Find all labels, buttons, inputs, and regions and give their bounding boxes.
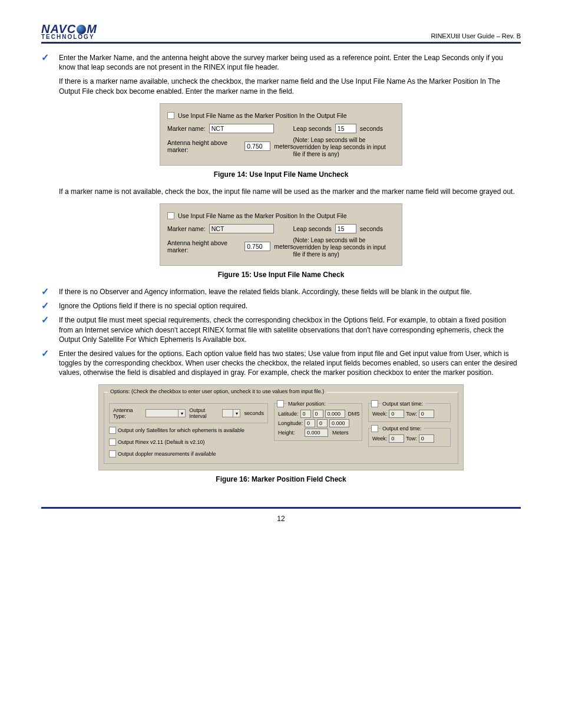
item-text: If there is no Observer and Agency infor…	[59, 287, 521, 297]
check-icon: ✓	[41, 349, 51, 378]
output-end-label: Output end time:	[381, 426, 424, 431]
leap-seconds-label: Leap seconds	[293, 125, 331, 132]
check-icon: ✓	[41, 315, 51, 344]
footer-rule	[41, 507, 521, 509]
output-start-checkbox[interactable]	[371, 400, 378, 407]
item-text: Ignore the Options field if there is no …	[59, 301, 521, 311]
lon-sec-input[interactable]	[329, 419, 349, 427]
output-end-checkbox[interactable]	[371, 425, 378, 432]
doc-title: RINEXUtil User Guide – Rev. B	[431, 32, 521, 39]
paragraph: If there is a marker name available, unc…	[59, 77, 521, 95]
opt-rinex211-checkbox[interactable]	[109, 439, 116, 446]
item-text: Enter the desired values for the options…	[59, 349, 521, 378]
antenna-height-input[interactable]	[244, 242, 270, 251]
tow-label: Tow:	[406, 436, 417, 442]
output-start-label: Output start time:	[381, 401, 425, 407]
figure-caption: Figure 16: Marker Position Field Check	[41, 475, 521, 483]
chevron-down-icon: ▾	[178, 410, 185, 417]
latitude-label: Latitude:	[278, 411, 299, 417]
list-item: ✓ If there is no Observer and Agency inf…	[41, 287, 521, 297]
seconds-label: seconds	[360, 225, 383, 232]
figure-panel-16: Options: (Check the checkbox to enter us…	[98, 384, 464, 470]
marker-name-input[interactable]	[209, 124, 274, 133]
list-item: ✓ Ignore the Options field if there is n…	[41, 301, 521, 311]
week-label: Week:	[372, 411, 387, 417]
longitude-label: Longitude:	[278, 420, 303, 426]
globe-icon	[77, 25, 86, 34]
use-input-filename-checkbox[interactable]	[167, 212, 174, 219]
opt-doppler-checkbox[interactable]	[109, 450, 116, 457]
output-interval-dropdown[interactable]: ▾	[222, 409, 240, 417]
checkbox-label: Use Input File Name as the Marker Positi…	[178, 112, 347, 119]
figure-caption: Figure 14: Use Input File Name Uncheck	[41, 170, 521, 179]
seconds-label: seconds	[360, 125, 383, 132]
height-input[interactable]	[305, 429, 328, 437]
meters-label: meters	[274, 243, 293, 250]
leap-note: (Note: Leap seconds will be overridden b…	[293, 137, 395, 158]
marker-position-checkbox[interactable]	[277, 400, 284, 407]
opt-label: Output only Satellites for which ephemer…	[118, 427, 244, 433]
marker-position-label: Marker position:	[286, 401, 328, 407]
paragraph: If a marker name is not available, check…	[59, 187, 521, 196]
seconds-label: seconds	[244, 410, 264, 416]
marker-name-label: Marker name:	[167, 225, 206, 232]
logo-text-left: NAVC	[41, 24, 76, 34]
options-legend: Options: (Check the checkbox to enter us…	[108, 388, 326, 394]
use-input-filename-checkbox[interactable]	[167, 112, 174, 119]
antenna-height-input[interactable]	[244, 141, 270, 151]
leap-note: (Note: Leap seconds will be overridden b…	[293, 237, 395, 258]
height-label: Height:	[278, 430, 303, 436]
dms-label: DMS	[348, 411, 360, 417]
end-tow-input[interactable]	[419, 434, 434, 443]
tow-label: Tow:	[406, 411, 417, 417]
meters-label: meters	[274, 143, 293, 150]
lat-sec-input[interactable]	[325, 410, 345, 418]
logo-subtext: TECHNOLOGY	[41, 34, 95, 39]
marker-name-label: Marker name:	[167, 125, 206, 132]
meters-label: Meters	[332, 430, 349, 436]
leap-seconds-label: Leap seconds	[293, 225, 331, 232]
opt-label: Output doppler measurements if available	[118, 451, 216, 457]
figure-caption: Figure 15: Use Input File Name Check	[41, 271, 521, 279]
check-icon: ✓	[41, 287, 51, 297]
lat-min-input[interactable]	[313, 410, 323, 418]
page-number: 12	[41, 515, 521, 523]
logo-text-right: M	[87, 24, 97, 34]
lon-deg-input[interactable]	[305, 419, 315, 427]
end-week-input[interactable]	[389, 434, 404, 443]
leap-seconds-input[interactable]	[335, 124, 356, 133]
week-label: Week:	[372, 436, 387, 442]
marker-name-input-disabled	[209, 224, 274, 233]
header-rule	[41, 42, 521, 44]
item-text: If the output file must meet special req…	[59, 315, 521, 344]
check-icon: ✓	[41, 53, 51, 72]
antenna-type-dropdown[interactable]: ▾	[146, 409, 186, 417]
figure-panel-14: Use Input File Name as the Marker Positi…	[160, 103, 402, 166]
opt-label: Output Rinex v2.11 (Default is v2.10)	[118, 439, 205, 445]
lat-deg-input[interactable]	[300, 410, 311, 418]
logo: NAVC M TECHNOLOGY	[41, 24, 97, 39]
list-item: ✓ Enter the Marker Name, and the antenna…	[41, 53, 521, 72]
checkbox-label: Use Input File Name as the Marker Positi…	[178, 212, 347, 219]
leap-seconds-input[interactable]	[335, 224, 356, 233]
antenna-height-label: Antenna height above marker:	[167, 239, 241, 253]
opt-ephemeris-checkbox[interactable]	[109, 427, 116, 434]
lon-min-input[interactable]	[317, 419, 328, 427]
list-item: ✓ If the output file must meet special r…	[41, 315, 521, 344]
antenna-height-label: Antenna height above marker:	[167, 139, 241, 153]
start-week-input[interactable]	[389, 410, 404, 418]
chevron-down-icon: ▾	[233, 410, 240, 417]
list-item: ✓ Enter the desired values for the optio…	[41, 349, 521, 378]
check-icon: ✓	[41, 301, 51, 311]
antenna-type-label: Antenna Type:	[113, 407, 142, 419]
start-tow-input[interactable]	[419, 410, 434, 418]
item-text: Enter the Marker Name, and the antenna h…	[59, 53, 521, 72]
figure-panel-15: Use Input File Name as the Marker Positi…	[160, 203, 402, 266]
output-interval-label: Output Interval	[189, 407, 219, 419]
